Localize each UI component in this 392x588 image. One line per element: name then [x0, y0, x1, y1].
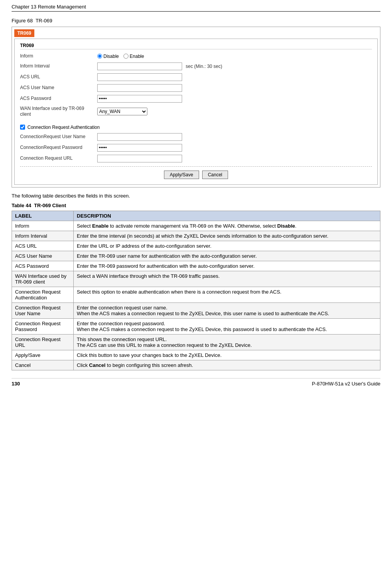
table-row: WAN Interface used by TR-069 client Sele…	[12, 271, 380, 287]
acs-url-label: ACS URL	[20, 74, 97, 80]
table-row: ACS URL Enter the URL or IP address of t…	[12, 241, 380, 251]
footer-guide: P-870HW-51a v2 User's Guide	[312, 381, 380, 387]
inform-interval-hint: sec (Min.: 30 sec)	[186, 64, 222, 69]
inform-enable-label: Enable	[130, 54, 144, 59]
conn-username-input[interactable]: admin	[97, 133, 182, 141]
wan-interface-select[interactable]: Any_WAN	[97, 108, 147, 115]
inform-disable-radio[interactable]	[97, 54, 102, 59]
row-label: ACS Password	[12, 261, 74, 271]
page-number: 130	[12, 381, 20, 387]
ui-screenshot-box: TR069 TR069 Inform Disable Enable Inform…	[12, 27, 380, 188]
row-label: WAN Interface used by TR-069 client	[12, 271, 74, 287]
conn-username-row: ConnectionRequest User Name admin	[20, 133, 372, 141]
table-row: Connection Request Password Enter the co…	[12, 318, 380, 334]
row-label: Apply/Save	[12, 350, 74, 360]
conn-url-row: Connection Request URL	[20, 155, 372, 162]
row-description: Select Enable to activate remote managem…	[74, 221, 380, 231]
row-description: Enter the connection request user name.W…	[74, 302, 380, 318]
inform-disable-label: Disable	[103, 54, 119, 59]
inform-enable-option[interactable]: Enable	[123, 54, 144, 59]
chapter-title: Chapter 13 Remote Management	[12, 4, 86, 10]
acs-password-input[interactable]	[97, 95, 182, 103]
table-row: ACS User Name Enter the TR-069 user name…	[12, 251, 380, 261]
acs-username-row: ACS User Name admin	[20, 84, 372, 92]
conn-password-control	[97, 144, 182, 152]
wan-interface-row: WAN Interface used by TR-069client Any_W…	[20, 106, 372, 118]
table-row: Connection Request Authentication Select…	[12, 287, 380, 302]
table-row: Connection Request User Name Enter the c…	[12, 302, 380, 318]
acs-url-control	[97, 73, 182, 81]
conn-auth-checkbox[interactable]	[20, 125, 25, 130]
inform-interval-input[interactable]: 300	[97, 63, 182, 70]
row-label: Connection Request URL	[12, 334, 74, 350]
apply-save-button[interactable]: Apply/Save	[164, 171, 199, 179]
acs-url-row: ACS URL	[20, 73, 372, 81]
ui-inner-panel: TR069 Inform Disable Enable Inform Inter…	[14, 39, 378, 185]
cancel-button[interactable]: Cancel	[202, 171, 228, 179]
conn-username-control: admin	[97, 133, 182, 141]
row-label: Cancel	[12, 360, 74, 370]
inform-disable-option[interactable]: Disable	[97, 54, 119, 59]
ui-title-badge: TR069	[14, 29, 34, 37]
row-label: Connection Request Password	[12, 318, 74, 334]
conn-password-label: ConnectionRequest Password	[20, 145, 97, 151]
form-divider	[20, 166, 372, 167]
figure-label: Figure 68 TR-069	[12, 18, 380, 24]
row-description: Enter the URL or IP address of the auto-…	[74, 241, 380, 251]
conn-url-label: Connection Request URL	[20, 155, 97, 162]
conn-url-input[interactable]	[97, 155, 182, 162]
inform-interval-row: Inform Interval 300 sec (Min.: 30 sec)	[20, 63, 372, 70]
row-description: Enter the TR-069 user name for authentic…	[74, 251, 380, 261]
description-text: The following table describes the fields…	[12, 193, 380, 199]
footer-bar: 130 P-870HW-51a v2 User's Guide	[12, 378, 380, 387]
row-description: Select this option to enable authenticat…	[74, 287, 380, 302]
conn-password-input[interactable]	[97, 144, 182, 152]
acs-url-input[interactable]	[97, 73, 182, 81]
conn-password-row: ConnectionRequest Password	[20, 144, 372, 152]
wan-interface-label: WAN Interface used by TR-069client	[20, 106, 97, 118]
acs-username-label: ACS User Name	[20, 85, 97, 91]
button-row: Apply/Save Cancel	[20, 171, 372, 179]
wan-interface-control: Any_WAN	[97, 108, 147, 115]
row-description: Click this button to save your changes b…	[74, 350, 380, 360]
row-description: Enter the connection request password.Wh…	[74, 318, 380, 334]
table-row: Connection Request URL This shows the co…	[12, 334, 380, 350]
inform-enable-radio[interactable]	[123, 54, 128, 59]
inform-row: Inform Disable Enable	[20, 53, 372, 59]
acs-username-input[interactable]: admin	[97, 84, 182, 92]
row-description: Enter the time interval (in seconds) at …	[74, 231, 380, 241]
row-label: Connection Request User Name	[12, 302, 74, 318]
acs-password-row: ACS Password	[20, 95, 372, 103]
table-row: Apply/Save Click this button to save you…	[12, 350, 380, 360]
row-description: Select a WAN interface through which the…	[74, 271, 380, 287]
row-description: This shows the connection request URL.Th…	[74, 334, 380, 350]
row-label: Inform	[12, 221, 74, 231]
conn-url-control	[97, 155, 182, 162]
acs-password-label: ACS Password	[20, 96, 97, 102]
ui-section-title: TR069	[20, 43, 372, 49]
conn-auth-row: Connection Request Authentication	[20, 125, 372, 130]
row-description: Click Cancel to begin configuring this s…	[74, 360, 380, 370]
acs-password-control	[97, 95, 182, 103]
conn-username-label: ConnectionRequest User Name	[20, 134, 97, 140]
row-label: ACS User Name	[12, 251, 74, 261]
row-label: Connection Request Authentication	[12, 287, 74, 302]
inform-label: Inform	[20, 53, 97, 59]
table-row: Inform Select Enable to activate remote …	[12, 221, 380, 231]
row-label: ACS URL	[12, 241, 74, 251]
description-table: LABEL DESCRIPTION Inform Select Enable t…	[12, 211, 380, 370]
conn-auth-label: Connection Request Authentication	[27, 125, 100, 130]
col-description-header: DESCRIPTION	[74, 211, 380, 221]
row-label: Inform Interval	[12, 231, 74, 241]
table-label: Table 44 TR-069 Client	[12, 203, 380, 208]
col-label-header: LABEL	[12, 211, 74, 221]
row-description: Enter the TR-069 password for authentica…	[74, 261, 380, 271]
table-row: ACS Password Enter the TR-069 password f…	[12, 261, 380, 271]
acs-username-control: admin	[97, 84, 182, 92]
chapter-header: Chapter 13 Remote Management	[12, 4, 380, 12]
inform-radio-group: Disable Enable	[97, 54, 144, 59]
inform-interval-label: Inform Interval	[20, 63, 97, 69]
table-row: Cancel Click Cancel to begin configuring…	[12, 360, 380, 370]
inform-interval-control: 300 sec (Min.: 30 sec)	[97, 63, 222, 70]
table-row: Inform Interval Enter the time interval …	[12, 231, 380, 241]
